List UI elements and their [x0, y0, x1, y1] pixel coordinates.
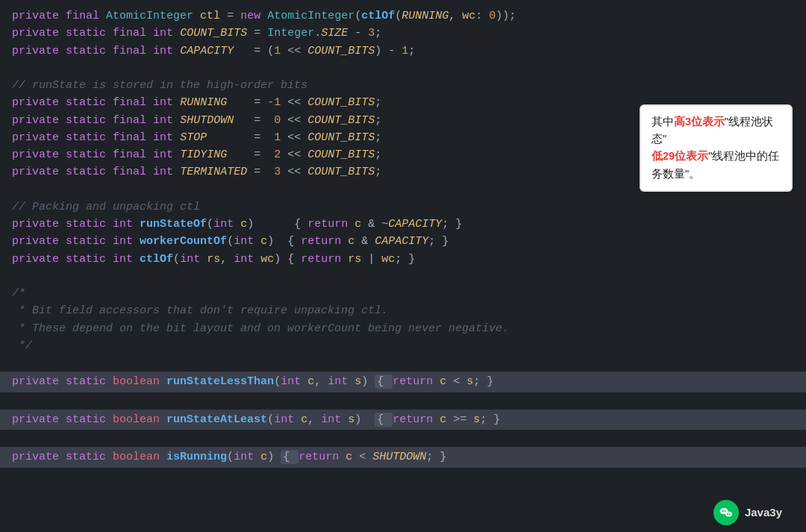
code-line-blank5	[12, 392, 794, 410]
bottom-bar: Java3y	[0, 493, 806, 532]
wechat-label: Java3y	[745, 504, 782, 521]
code-line-runstateof: private static int runStateOf(int c) { r…	[12, 216, 794, 233]
code-line-blockcomment4: */	[12, 337, 794, 354]
code-line-workercountof: private static int workerCountOf(int c) …	[12, 233, 794, 250]
code-container: private final AtomicInteger ctl = new At…	[0, 0, 806, 475]
code-line-comment1: // runState is stored in the high-order …	[12, 77, 794, 94]
code-line-1: private final AtomicInteger ctl = new At…	[12, 7, 794, 25]
wechat-badge: Java3y	[707, 495, 793, 530]
popup-red2: 低29位表示	[652, 150, 708, 162]
code-line-runstatelessthan: private static boolean runStateLessThan(…	[0, 372, 806, 392]
code-line-blockcomment2: * Bit field accessors that don't require…	[12, 302, 794, 319]
annotation-popup: 其中高3位表示"线程池状态" 低29位表示"线程池中的任务数量"。	[640, 104, 793, 192]
code-line-ctlof: private static int ctlOf(int rs, int wc)…	[12, 251, 794, 268]
svg-point-1	[725, 512, 732, 517]
code-line-blank6	[12, 430, 794, 447]
wechat-svg	[718, 504, 734, 521]
svg-point-4	[727, 513, 728, 515]
code-line-blockcomment1: /*	[12, 285, 794, 302]
code-line-blank3	[12, 268, 794, 285]
code-line-isrunning: private static boolean isRunning(int c) …	[0, 447, 806, 467]
wechat-icon	[713, 500, 739, 525]
code-line-comment2: // Packing and unpacking ctl	[12, 198, 794, 216]
code-line-blank1	[12, 60, 794, 77]
popup-red1: 高3位表示	[674, 116, 725, 128]
code-line-3: private static final int CAPACITY = (1 <…	[12, 43, 794, 60]
code-line-runstateatleast: private static boolean runStateAtLeast(i…	[0, 410, 806, 430]
popup-text1: 其中	[652, 116, 674, 128]
code-line-2: private static final int COUNT_BITS = In…	[12, 25, 794, 42]
svg-point-3	[724, 510, 725, 512]
code-line-blank4	[12, 354, 794, 372]
svg-point-5	[729, 513, 731, 515]
code-line-blockcomment3: * These depend on the bit layout and on …	[12, 320, 794, 337]
svg-point-2	[722, 510, 723, 512]
